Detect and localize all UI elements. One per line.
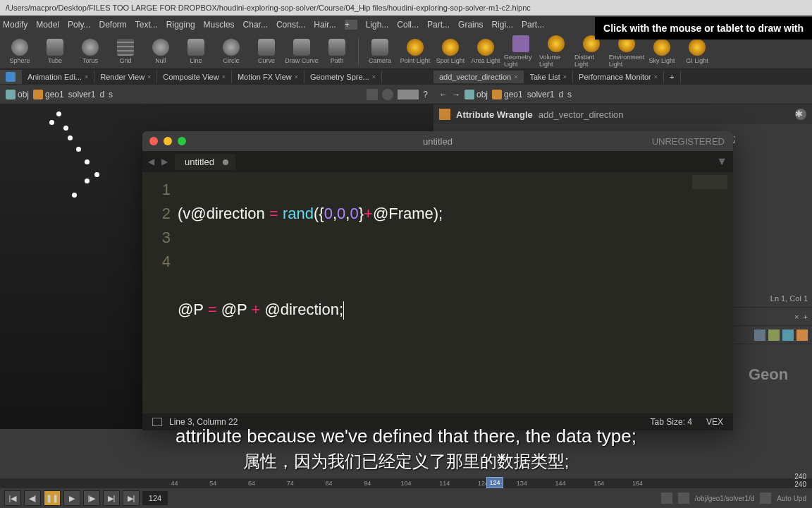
- bc-solver1[interactable]: solver1: [527, 90, 555, 99]
- shelf-camera[interactable]: Camera: [363, 35, 397, 68]
- close-icon[interactable]: ×: [514, 73, 517, 80]
- bc-s[interactable]: s: [567, 90, 572, 99]
- menu-item[interactable]: Rigging: [166, 20, 195, 30]
- shelf-sphere[interactable]: Sphere: [3, 35, 37, 68]
- bc-solver1[interactable]: solver1: [68, 90, 96, 99]
- menu-item[interactable]: Part...: [427, 20, 450, 30]
- close-icon[interactable]: ×: [147, 73, 151, 80]
- tab-scene-view[interactable]: [0, 70, 22, 84]
- cursor-position-label[interactable]: Line 3, Column 22: [169, 417, 238, 427]
- help-icon[interactable]: ?: [423, 90, 428, 99]
- goto-end-button[interactable]: ▶|: [123, 490, 140, 506]
- key-icon[interactable]: [678, 492, 689, 504]
- viewport-toggle-icon[interactable]: [367, 89, 378, 100]
- shelf-draw-curve[interactable]: Draw Curve: [285, 35, 319, 68]
- nodeview-icon[interactable]: [782, 329, 794, 341]
- tab-add-vector-direction[interactable]: add_vector_direction×: [433, 71, 524, 83]
- bc-d[interactable]: d: [558, 90, 563, 99]
- shelf-torus[interactable]: Torus: [73, 35, 107, 68]
- bc-geo1[interactable]: geo1: [33, 90, 64, 99]
- tab-close-x-icon[interactable]: ×: [794, 313, 799, 321]
- current-frame-marker[interactable]: 124: [486, 477, 503, 488]
- bc-s[interactable]: s: [109, 90, 113, 99]
- nav-fwd-icon[interactable]: →: [452, 90, 460, 99]
- shelf-spot-light[interactable]: Spot Light: [433, 35, 467, 68]
- shelf-path[interactable]: Path: [320, 35, 354, 68]
- bc-d[interactable]: d: [99, 90, 104, 99]
- close-icon[interactable]: ×: [563, 73, 567, 80]
- shelf-area-light[interactable]: Area Light: [469, 35, 503, 68]
- minimap[interactable]: [692, 175, 727, 189]
- tab-add[interactable]: +: [664, 71, 680, 83]
- step-fwd2-button[interactable]: ▶|: [103, 490, 120, 506]
- play-button[interactable]: ▶: [63, 490, 80, 506]
- menu-item[interactable]: Part...: [522, 20, 544, 30]
- window-minimize-icon[interactable]: [164, 137, 172, 145]
- viewport-indicator-icon[interactable]: [398, 90, 419, 99]
- shelf-volume-light[interactable]: Volume Light: [539, 35, 573, 68]
- goto-start-button[interactable]: |◀: [4, 490, 21, 506]
- menu-item[interactable]: Muscles: [204, 20, 235, 30]
- menu-item[interactable]: Char...: [243, 20, 268, 30]
- code-editor[interactable]: 1 2 3 4 (v@direction = rand({0,0,0}+@Fra…: [142, 172, 733, 413]
- nodeview-icon[interactable]: [796, 329, 808, 341]
- shelf-tube[interactable]: Tube: [38, 35, 72, 68]
- tab-add-plus-icon[interactable]: +: [804, 313, 808, 321]
- shelf-env-light[interactable]: Environment Light: [610, 35, 644, 68]
- shelf-point-light[interactable]: Point Light: [398, 35, 432, 68]
- menu-item[interactable]: Text...: [135, 20, 158, 30]
- update-mode-icon[interactable]: [760, 492, 771, 504]
- nodeview-icon[interactable]: [768, 329, 780, 341]
- shelf-geo-light[interactable]: Geometry Light: [504, 35, 538, 68]
- history-fwd-icon[interactable]: ▶: [161, 157, 168, 167]
- shelf-null[interactable]: Null: [144, 35, 178, 68]
- tab-take-list[interactable]: Take List×: [524, 71, 573, 83]
- menu-item[interactable]: Coll...: [397, 20, 419, 30]
- close-icon[interactable]: ×: [85, 73, 88, 80]
- node-name-field[interactable]: add_vector_direction: [539, 109, 624, 120]
- menu-item[interactable]: Modify: [3, 20, 27, 30]
- tab-animation-editor[interactable]: Animation Edi...×: [22, 71, 94, 83]
- lock-icon[interactable]: [661, 492, 672, 504]
- syntax-label[interactable]: VEX: [706, 417, 723, 427]
- step-back-button[interactable]: ◀|: [24, 490, 41, 506]
- pause-button[interactable]: ❚❚: [44, 490, 61, 506]
- shelf-add-icon[interactable]: +: [345, 20, 357, 30]
- current-frame-field[interactable]: 124: [142, 491, 168, 505]
- close-icon[interactable]: ×: [654, 73, 658, 80]
- bc-obj[interactable]: obj: [465, 90, 488, 99]
- menu-item[interactable]: Hair...: [314, 20, 336, 30]
- menu-item[interactable]: Deform: [99, 20, 127, 30]
- tab-geo-spreadsheet[interactable]: Geometry Spre...×: [304, 71, 382, 83]
- tab-size-label[interactable]: Tab Size: 4: [651, 417, 692, 427]
- tab-render-view[interactable]: Render View×: [94, 71, 157, 83]
- step-fwd-button[interactable]: |▶: [83, 490, 100, 506]
- menu-item[interactable]: Grains: [458, 20, 483, 30]
- tab-motionfx-view[interactable]: Motion FX View×: [232, 71, 304, 83]
- timeline-ruler[interactable]: 44 54 64 74 84 94 104 114 124 134 144 15…: [0, 478, 812, 488]
- editor-tab-untitled[interactable]: untitled: [175, 154, 235, 170]
- bc-geo1[interactable]: geo1: [492, 90, 523, 99]
- editor-titlebar[interactable]: untitled UNREGISTERED: [142, 131, 733, 151]
- window-close-icon[interactable]: [149, 137, 158, 145]
- menu-item[interactable]: Rigi...: [491, 20, 513, 30]
- auto-update-label[interactable]: Auto Upd: [777, 495, 806, 502]
- history-back-icon[interactable]: ◀: [148, 157, 154, 167]
- tab-composite-view[interactable]: Composite View×: [157, 71, 232, 83]
- menu-item[interactable]: Const...: [276, 20, 305, 30]
- menu-item[interactable]: Ligh...: [366, 20, 389, 30]
- viewport-record-icon[interactable]: [382, 89, 393, 100]
- tabs-dropdown-icon[interactable]: ▼: [716, 155, 727, 168]
- window-maximize-icon[interactable]: [178, 137, 186, 145]
- shelf-grid[interactable]: Grid: [109, 35, 142, 68]
- nav-back-icon[interactable]: ←: [439, 90, 448, 99]
- close-icon[interactable]: ×: [295, 73, 298, 80]
- shelf-curve[interactable]: Curve: [250, 35, 283, 68]
- tab-performance-monitor[interactable]: Performance Monitor×: [573, 71, 664, 83]
- shelf-line[interactable]: Line: [179, 35, 213, 68]
- layout-icon[interactable]: [152, 418, 162, 426]
- shelf-circle[interactable]: Circle: [214, 35, 248, 68]
- gear-icon[interactable]: ✱: [795, 109, 806, 120]
- close-icon[interactable]: ×: [372, 73, 376, 80]
- bc-obj[interactable]: obj: [6, 90, 29, 99]
